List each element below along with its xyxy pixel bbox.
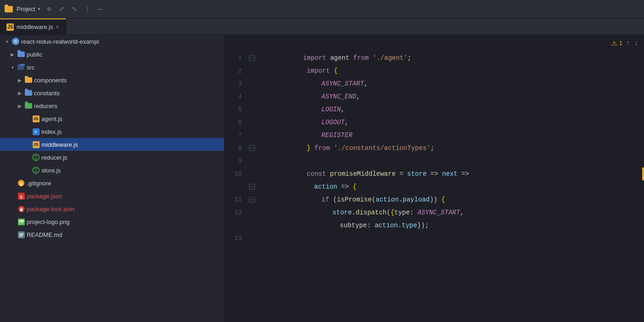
tab-middleware-js[interactable]: JS middleware.js ×	[0, 18, 66, 34]
reducer-icon	[32, 154, 40, 161]
project-logo-icon	[17, 218, 25, 225]
sidebar-item-package-json[interactable]: {} package.json	[0, 190, 224, 202]
folder-src-icon: </>	[17, 63, 25, 71]
navigate-down-button[interactable]: ↓	[634, 39, 638, 47]
svg-rect-15	[19, 233, 23, 234]
svg-point-2	[33, 154, 39, 161]
sidebar-item-package-lock-json[interactable]: package-lock.json	[0, 202, 224, 215]
sidebar-item-readme[interactable]: README.md	[0, 228, 224, 241]
code-line-13	[247, 232, 644, 245]
sidebar-item-reducers[interactable]: reducers	[0, 99, 224, 112]
svg-point-13	[19, 220, 21, 222]
svg-point-3	[33, 167, 39, 173]
constants-chevron	[17, 90, 23, 96]
code-editor: ⚠ 1 ↑ ↓ 1 2 3 4 5 6 7 8 9 10 11 12	[224, 35, 644, 322]
project-folder-icon	[5, 6, 13, 12]
fold-gutter-8[interactable]	[247, 145, 257, 151]
sidebar-item-reducer-js[interactable]: reducer.js	[0, 151, 224, 164]
constants-icon	[25, 89, 32, 97]
sidebar-item-gitignore[interactable]: g .gitignore	[0, 177, 224, 190]
package-lock-json-label: package-lock.json	[27, 206, 75, 213]
expand-icon-btn[interactable]: ⤢	[57, 5, 66, 14]
tab-label: middleware.js	[17, 23, 53, 30]
code-text-13	[257, 232, 644, 245]
gitignore-label: .gitignore	[27, 180, 51, 187]
sidebar-item-public[interactable]: public	[0, 48, 224, 61]
sidebar-item-constants[interactable]: constants	[0, 86, 224, 99]
fold-icon-8	[249, 145, 255, 151]
warning-count: 1	[619, 40, 622, 46]
warning-triangle-icon: ⚠	[611, 40, 617, 47]
public-icon	[17, 51, 25, 58]
src-icon: </>	[17, 63, 25, 71]
sidebar-item-components[interactable]: components	[0, 74, 224, 86]
more-icon-btn[interactable]: ⋮	[83, 5, 92, 14]
index-icon	[33, 128, 40, 135]
js-icon: JS	[33, 115, 40, 122]
fold-icon-1	[249, 55, 255, 61]
project-label: Project	[17, 6, 35, 12]
line-numbers: 1 2 3 4 5 6 7 8 9 10 11 12 13	[224, 52, 247, 322]
components-icon	[25, 76, 32, 84]
store-icon	[32, 167, 40, 174]
minimize-icon-btn[interactable]: —	[96, 5, 105, 14]
svg-text:g: g	[20, 181, 23, 186]
code-line-8: } from './constants/actionTypes';	[247, 142, 644, 155]
middleware-js-icon: JS	[32, 141, 40, 148]
git-icon: g	[17, 179, 25, 187]
target-icon-btn[interactable]: ⊙	[44, 5, 53, 14]
constants-label: constants	[34, 90, 60, 97]
package-json-file-icon: {}	[18, 193, 25, 200]
navigate-up-button[interactable]: ↑	[626, 39, 631, 47]
warning-badge: ⚠ 1	[611, 40, 622, 47]
tab-bar: JS middleware.js ×	[0, 18, 644, 35]
sidebar-item-project-logo[interactable]: project-logo.png	[0, 215, 224, 228]
collapse-icon-btn[interactable]: ⤡	[70, 5, 79, 14]
folder-public-icon	[17, 52, 25, 57]
code-lines: import agent from './agent'; import { AS…	[247, 52, 644, 322]
components-label: components	[34, 77, 67, 84]
sidebar-item-middleware-js[interactable]: JS middleware.js	[0, 138, 224, 151]
fold-gutter-1[interactable]	[247, 55, 257, 61]
agent-js-icon: JS	[32, 115, 40, 122]
file-tree-sidebar: ⚙ react-redux-realworld-exampl public </…	[0, 35, 224, 322]
fold-gutter-action[interactable]	[247, 184, 257, 190]
agent-js-label: agent.js	[41, 115, 63, 122]
package-lock-json-icon	[17, 205, 25, 213]
project-title[interactable]: Project ▾	[17, 6, 40, 12]
svg-text:</>: </>	[18, 66, 24, 69]
folder-components-icon	[25, 77, 32, 83]
sidebar-item-agent-js[interactable]: JS agent.js	[0, 112, 224, 125]
package-lock-file-icon	[18, 206, 25, 213]
middleware-js-label: middleware.js	[41, 141, 78, 148]
svg-rect-16	[19, 235, 23, 236]
readme-label: README.md	[27, 231, 62, 238]
js-file-icon: JS	[6, 23, 14, 31]
main-layout: ⚙ react-redux-realworld-exampl public </…	[0, 35, 644, 322]
public-label: public	[27, 51, 42, 58]
fold-icon-action	[249, 184, 255, 190]
src-label: src	[27, 64, 34, 71]
svg-rect-17	[19, 236, 22, 237]
fold-gutter-11[interactable]	[247, 196, 257, 203]
gitignore-icon: g	[17, 179, 25, 187]
code-area[interactable]: 1 2 3 4 5 6 7 8 9 10 11 12 13	[224, 52, 644, 322]
store-js-icon	[32, 167, 40, 174]
store-js-label: store.js	[41, 167, 61, 174]
sidebar-item-store-js[interactable]: store.js	[0, 164, 224, 177]
package-json-label: package.json	[27, 193, 62, 200]
sidebar-item-src[interactable]: </> src	[0, 61, 224, 74]
package-json-icon: {}	[17, 192, 25, 200]
fold-icon-11	[249, 196, 255, 203]
project-chevron[interactable]: ▾	[38, 6, 40, 12]
tree-root[interactable]: ⚙ react-redux-realworld-exampl	[0, 35, 224, 48]
root-label: react-redux-realworld-exampl	[21, 38, 99, 45]
folder-constants-icon	[25, 90, 32, 96]
project-logo-label: project-logo.png	[27, 218, 69, 225]
tab-close-button[interactable]: ×	[56, 24, 59, 30]
sidebar-item-index-js[interactable]: index.js	[0, 125, 224, 138]
reducer-js-icon	[32, 154, 40, 161]
index-js-icon	[32, 128, 40, 135]
reducers-chevron	[17, 103, 23, 109]
project-icon: ⚙	[12, 38, 19, 45]
